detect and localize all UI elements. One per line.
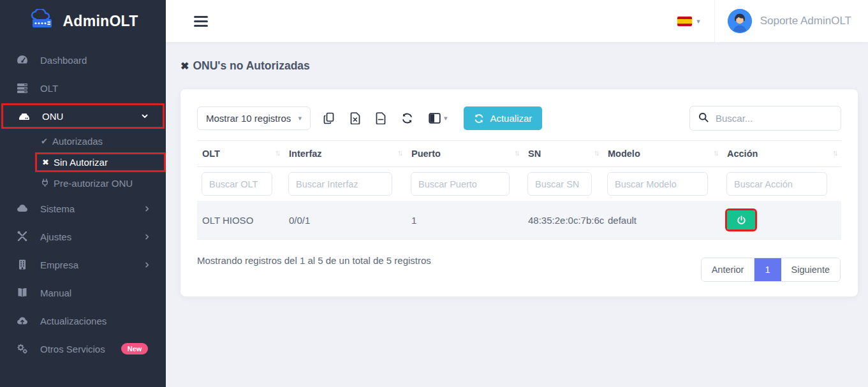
cell-accion (722, 201, 841, 240)
caret-down-icon: ▾ (444, 114, 448, 122)
sort-icon: ↑↓ (713, 149, 717, 157)
cross-icon: ✖ (42, 157, 49, 167)
cell-puerto: 1 (406, 201, 523, 240)
page-number-button[interactable]: 1 (754, 258, 781, 281)
server-stack-icon (15, 82, 29, 94)
cell-modelo: default (603, 201, 722, 240)
column-header-modelo[interactable]: Modelo↑↓ (603, 141, 722, 167)
sidebar-item-otros-servicios[interactable]: Otros Servicios New (0, 335, 166, 363)
sidebar-item-onu[interactable]: ONU (1, 103, 165, 129)
sidebar-label: ONU (42, 111, 63, 122)
sort-icon: ↑↓ (832, 149, 836, 157)
search-input[interactable] (716, 113, 832, 124)
sidebar-label: Otros Servicios (40, 344, 105, 354)
sidebar-label: OLT (40, 83, 58, 94)
sort-icon: ↑↓ (275, 149, 279, 157)
check-icon: ✔ (41, 136, 48, 146)
filter-row (197, 167, 841, 201)
onu-table: OLT↑↓ Interfaz↑↓ Puerto↑↓ SN↑↓ Modelo↑↓ … (197, 140, 841, 240)
onu-device-icon (17, 110, 31, 122)
export-buttons: ▾ (316, 112, 455, 124)
sidebar-item-sistema[interactable]: Sistema (0, 194, 166, 223)
chevron-down-icon (141, 112, 149, 120)
avatar (728, 9, 752, 33)
adminolt-logo-icon (27, 9, 57, 33)
sidebar-label: Dashboard (40, 55, 87, 66)
copy-icon[interactable] (316, 112, 342, 124)
global-search (689, 106, 841, 131)
file-icon[interactable] (368, 112, 394, 124)
new-badge: New (121, 343, 149, 354)
sidebar-item-ajustes[interactable]: Ajustes (0, 223, 166, 251)
column-header-sn[interactable]: SN↑↓ (523, 141, 603, 167)
dashboard-gauge-icon (15, 54, 29, 66)
language-selector[interactable]: ▾ (663, 17, 714, 26)
sidebar-item-dashboard[interactable]: Dashboard (0, 46, 166, 74)
building-icon (15, 258, 29, 271)
filter-accion-input[interactable] (726, 172, 827, 196)
cloud-upload-icon (15, 314, 29, 327)
cloud-icon (15, 202, 29, 215)
sidebar-subitem-sin-autorizar[interactable]: ✖ Sin Autorizar (35, 152, 166, 172)
search-icon (698, 112, 709, 125)
user-menu[interactable]: Soporte AdminOLT (714, 0, 868, 42)
sidebar-label: Sistema (40, 203, 75, 214)
tools-icon (15, 230, 29, 243)
topbar: ▾ Soporte AdminOLT (166, 0, 868, 42)
page-title: ✖ ONU's no Autorizadas (180, 59, 868, 73)
caret-down-icon: ▾ (298, 114, 302, 122)
pagination: Anterior 1 Siguiente (701, 258, 841, 282)
column-header-accion[interactable]: Acción↑↓ (722, 141, 841, 167)
sidebar-subitem-autorizadas[interactable]: ✔ Autorizadas (0, 130, 166, 152)
cell-sn: 48:35:2e:0c:7b:6c (523, 201, 603, 240)
filter-modelo-input[interactable] (607, 172, 708, 196)
refresh-icon[interactable] (394, 112, 421, 124)
topbar-right: ▾ Soporte AdminOLT (663, 0, 868, 42)
filter-interfaz-input[interactable] (288, 172, 392, 196)
filter-olt-input[interactable] (202, 172, 272, 196)
next-page-button[interactable]: Siguiente (781, 258, 840, 281)
column-visibility-icon[interactable]: ▾ (421, 113, 455, 124)
column-header-olt[interactable]: OLT↑↓ (197, 141, 284, 167)
column-header-puerto[interactable]: Puerto↑↓ (406, 141, 523, 167)
filter-puerto-input[interactable] (411, 172, 510, 196)
plug-icon (41, 179, 49, 189)
table-toolbar: Mostrar 10 registros ▾ ▾ (197, 106, 841, 131)
user-name: Soporte AdminOLT (760, 15, 851, 27)
sort-icon: ↑↓ (514, 149, 518, 157)
sidebar-label: Autorizadas (52, 136, 103, 147)
sidebar-item-actualizaciones[interactable]: Actualizaciones (0, 307, 166, 335)
sidebar-subitem-pre-autorizar[interactable]: Pre-autorizar ONU (0, 172, 166, 194)
onu-table-card: Mostrar 10 registros ▾ ▾ (180, 89, 858, 296)
caret-down-icon: ▾ (696, 17, 700, 26)
book-icon (15, 286, 29, 299)
sidebar-toggle-button[interactable] (194, 16, 208, 27)
authorize-power-button[interactable] (727, 210, 755, 230)
gears-icon (15, 342, 29, 355)
sidebar-label: Ajustes (40, 231, 71, 242)
app-logo[interactable]: AdminOLT (0, 0, 166, 42)
filter-sn-input[interactable] (527, 172, 592, 196)
sidebar-label: Sin Autorizar (54, 157, 108, 168)
table-row: OLT HIOSO 0/0/1 1 48:35:2e:0c:7b:6c defa… (197, 201, 841, 240)
page-length-select[interactable]: Mostrar 10 registros ▾ (197, 106, 311, 130)
header-row: OLT↑↓ Interfaz↑↓ Puerto↑↓ SN↑↓ Modelo↑↓ … (197, 141, 841, 167)
sidebar-item-empresa[interactable]: Empresa (0, 251, 166, 279)
chevron-right-icon (143, 233, 151, 240)
cell-olt: OLT HIOSO (197, 201, 284, 240)
actualizar-button[interactable]: Actualizar (464, 106, 542, 130)
sidebar-label: Manual (40, 288, 71, 298)
main-content: ✖ ONU's no Autorizadas Mostrar 10 regist… (166, 42, 868, 387)
sidebar-item-olt[interactable]: OLT (0, 74, 166, 102)
sidebar-item-manual[interactable]: Manual (0, 279, 166, 307)
sidebar: AdminOLT Dashboard OLT ONU ✔ Auto (0, 0, 166, 387)
chevron-right-icon (143, 261, 151, 268)
cell-interfaz: 0/0/1 (284, 201, 406, 240)
previous-page-button[interactable]: Anterior (702, 258, 755, 281)
sidebar-label: Actualizaciones (40, 316, 107, 326)
cross-icon: ✖ (180, 60, 189, 72)
chevron-right-icon (143, 205, 151, 212)
excel-file-icon[interactable] (342, 112, 368, 124)
column-header-interfaz[interactable]: Interfaz↑↓ (284, 141, 406, 167)
sidebar-menu: Dashboard OLT ONU ✔ Autorizadas ✖ Sin Au… (0, 42, 166, 363)
